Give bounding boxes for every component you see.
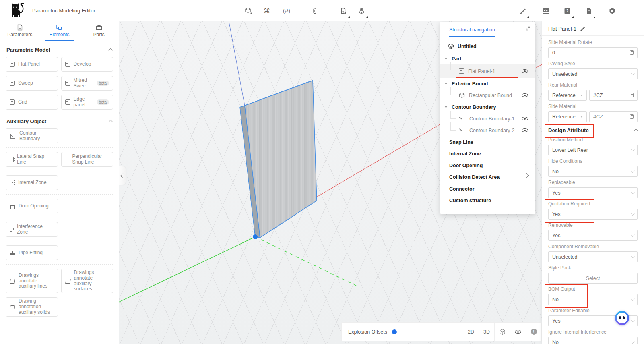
aux-drawing-annotation-solids[interactable]: Drawing annotation auxiliary solids <box>6 297 58 316</box>
inspector-expand-handle[interactable] <box>523 169 530 181</box>
bom-output-select[interactable]: No <box>548 294 638 305</box>
aux-contour-boundary[interactable]: Contour Boundary <box>6 128 58 143</box>
aux-interference-zone[interactable]: Interference Zone <box>6 222 58 237</box>
component-removable-select[interactable]: Unselected <box>548 251 638 262</box>
aux-door-opening[interactable]: Door Opening <box>6 199 58 213</box>
rear-material-select[interactable]: Reference <box>548 90 587 101</box>
tree-heading-custom-structure[interactable]: Custom structure <box>440 195 535 206</box>
panel-icon <box>10 99 15 105</box>
open-in-window-icon[interactable] <box>525 26 530 32</box>
aux-lateral-snap-line[interactable]: Lateral Snap Line <box>6 152 58 167</box>
assistant-eye <box>619 316 621 319</box>
document-export-icon[interactable] <box>338 6 349 16</box>
cube-icon <box>459 92 465 98</box>
tree-item-rectangular-bound[interactable]: Rectangular Bound <box>440 89 535 101</box>
z-axis-blue <box>229 22 245 106</box>
style-pack-select-button[interactable]: Select <box>548 273 638 284</box>
sidebar-collapse-handle[interactable] <box>119 166 126 185</box>
edit-pencil-icon[interactable] <box>517 6 528 16</box>
field-side-material-rotate: Side Material Rotate 0 <box>548 37 638 58</box>
collapse-chevron-icon <box>634 128 638 133</box>
slider-knob[interactable] <box>392 329 397 334</box>
tree-heading-snap-line[interactable]: Snap Line <box>440 136 535 148</box>
tree-item-contour-boundary-2[interactable]: Contour Boundary-2 <box>440 124 535 136</box>
caret-down-icon <box>444 58 448 60</box>
ignore-internal-interference-select[interactable]: No <box>548 337 638 344</box>
element-mitred-sweep[interactable]: Mitred Sweebeta <box>61 76 114 91</box>
panel-icon <box>65 99 70 105</box>
visibility-eye-icon[interactable] <box>522 127 528 134</box>
tree-heading-internal-zone[interactable]: Internal Zone <box>440 148 535 160</box>
visibility-button[interactable] <box>510 323 526 341</box>
calculator-icon[interactable] <box>630 50 634 55</box>
element-sweep[interactable]: Sweep <box>6 76 58 91</box>
view-2d-button[interactable]: 2D <box>463 323 479 341</box>
tab-parts[interactable]: Parts <box>79 21 119 41</box>
element-develop[interactable]: Develop <box>61 57 114 72</box>
tab-parameters[interactable]: Parameters <box>0 21 39 41</box>
monitor-chart-icon[interactable] <box>541 6 551 16</box>
app-title: Parametric Modeling Editor <box>32 8 95 14</box>
replaceable-select[interactable]: Yes <box>548 187 638 198</box>
flat-panel-mesh[interactable] <box>240 81 317 238</box>
nav-header: Structural navigation <box>440 22 535 37</box>
tree-item-flat-panel-1[interactable]: Flat Panel-1 <box>440 64 535 78</box>
position-method-select[interactable]: Lower Left Rear <box>548 145 638 155</box>
layers-pin-icon[interactable] <box>356 6 367 16</box>
origin-point[interactable] <box>253 234 258 239</box>
field-rear-material: Rear Material Reference #CZ <box>548 79 638 101</box>
paving-style-select[interactable]: Unselected <box>548 68 638 79</box>
view-3d-button[interactable]: 3D <box>479 323 494 341</box>
tab-elements[interactable]: Elements <box>39 21 79 41</box>
aux-drawings-annotate-surfaces[interactable]: Drawings annotate auxiliary surfaces <box>61 269 114 293</box>
side-material-rotate-input[interactable]: 0 <box>548 47 638 58</box>
section-auxiliary-object[interactable]: Auxiliary Object <box>6 118 112 124</box>
rear-material-value-input[interactable]: #CZ <box>589 90 638 101</box>
rename-pencil-icon[interactable] <box>580 26 586 32</box>
hide-conditions-select[interactable]: No <box>548 166 638 177</box>
settings-gear-icon[interactable] <box>607 6 617 16</box>
knot-icon[interactable]: ⌘ <box>262 6 272 16</box>
side-material-value-input[interactable]: #CZ <box>589 111 638 122</box>
element-grid[interactable]: Grid <box>6 95 58 110</box>
section-parametric-model[interactable]: Parametric Model <box>6 47 112 53</box>
design-attribute-section-header[interactable]: Design Attribute <box>548 127 638 133</box>
visibility-eye-icon[interactable] <box>522 92 528 99</box>
aux-drawings-annotate-lines[interactable]: Drawings annotate auxiliary lines <box>6 269 58 293</box>
tree-heading-connector[interactable]: Connector <box>440 183 535 195</box>
inspector-title: Flat Panel-1 <box>548 26 576 32</box>
help-icon[interactable]: ? <box>562 6 572 16</box>
assistant-button[interactable] <box>615 311 629 325</box>
chevron-left-icon <box>120 173 126 178</box>
dropdown-caret <box>572 16 574 18</box>
model-box-icon[interactable] <box>243 6 254 16</box>
dropdown-caret <box>366 16 368 18</box>
side-material-select[interactable]: Reference <box>548 111 587 122</box>
tree-heading-collision-detect-area[interactable]: Collision Detect Area <box>440 171 535 183</box>
document-icon[interactable] <box>584 6 594 16</box>
visibility-eye-icon[interactable] <box>522 116 528 122</box>
layers-icon <box>448 44 454 50</box>
element-edge-panel[interactable]: Edge panelbeta <box>61 95 114 110</box>
visibility-eye-icon[interactable] <box>522 68 528 75</box>
calculator-icon[interactable] <box>630 93 634 97</box>
field-side-material: Side Material Reference #CZ <box>548 101 638 122</box>
collapse-chevron-icon <box>108 48 113 52</box>
element-flat-panel[interactable]: Flat Panel <box>6 57 58 72</box>
tree-heading-door-opening[interactable]: Door Opening <box>440 160 535 171</box>
info-button[interactable]: ! <box>526 323 541 341</box>
cube-view-button[interactable] <box>494 323 510 341</box>
aux-pipe-fitting[interactable]: Pipe Fitting <box>6 245 58 260</box>
calculator-icon[interactable] <box>630 114 634 119</box>
divider <box>6 171 113 171</box>
explosion-offsets-slider[interactable] <box>393 332 456 332</box>
swap-arrows-icon[interactable]: (⇄) <box>279 6 294 16</box>
tree-root-untitled[interactable]: Untitled <box>440 40 535 53</box>
explosion-offsets-label: Explosion Offsets <box>348 329 387 335</box>
removable-select[interactable]: Yes <box>548 230 638 241</box>
nav-title[interactable]: Structural navigation <box>449 27 495 37</box>
aux-internal-zone[interactable]: Internal Zone <box>6 175 58 190</box>
link-icon[interactable] <box>310 6 320 16</box>
quotation-required-select[interactable]: Yes <box>548 209 638 220</box>
aux-perpendicular-snap-line[interactable]: Perpendicular Snap Line <box>61 152 114 167</box>
